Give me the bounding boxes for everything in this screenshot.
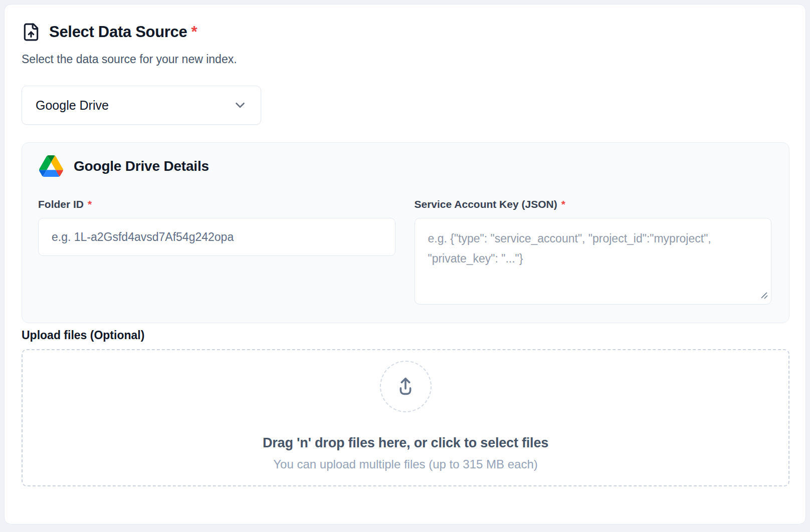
resize-handle-icon[interactable] <box>760 291 768 299</box>
service-account-key-label-text: Service Account Key (JSON) <box>415 198 557 210</box>
chevron-down-icon <box>233 98 248 113</box>
page-subtitle: Select the data source for your new inde… <box>22 53 788 66</box>
service-account-key-textarea[interactable] <box>415 218 772 305</box>
folder-id-label-text: Folder ID <box>38 198 84 210</box>
dropzone-title: Drag 'n' drop files here, or click to se… <box>263 435 548 451</box>
dropzone-subtitle: You can upload multiple files (up to 315… <box>273 457 537 471</box>
required-asterisk: * <box>88 198 92 210</box>
section-header: Select Data Source * <box>22 23 788 42</box>
folder-id-field: Folder ID * <box>38 198 395 305</box>
select-data-source-card: Select Data Source * Select the data sou… <box>4 4 806 524</box>
service-account-key-textarea-wrap <box>415 218 772 305</box>
folder-id-input[interactable] <box>38 218 395 256</box>
upload-circle <box>380 361 432 412</box>
upload-icon <box>394 375 417 398</box>
page-title: Select Data Source * <box>49 23 197 41</box>
drive-fields: Folder ID * Service Account Key (JSON) * <box>38 198 771 305</box>
folder-id-label: Folder ID * <box>38 198 395 210</box>
google-drive-details-panel: Google Drive Details Folder ID * Service… <box>22 142 789 323</box>
data-source-selected-value: Google Drive <box>36 98 109 113</box>
google-drive-logo-icon <box>39 155 63 177</box>
file-up-icon <box>22 23 41 42</box>
file-dropzone[interactable]: Drag 'n' drop files here, or click to se… <box>22 349 789 486</box>
data-source-select[interactable]: Google Drive <box>22 86 261 125</box>
panel-title: Google Drive Details <box>74 158 209 174</box>
required-asterisk: * <box>191 23 197 41</box>
upload-files-label: Upload files (Optional) <box>22 329 788 342</box>
panel-header: Google Drive Details <box>39 155 771 177</box>
service-account-key-field: Service Account Key (JSON) * <box>415 198 772 305</box>
page-title-text: Select Data Source <box>49 23 187 41</box>
service-account-key-label: Service Account Key (JSON) * <box>415 198 772 210</box>
required-asterisk: * <box>561 198 565 210</box>
